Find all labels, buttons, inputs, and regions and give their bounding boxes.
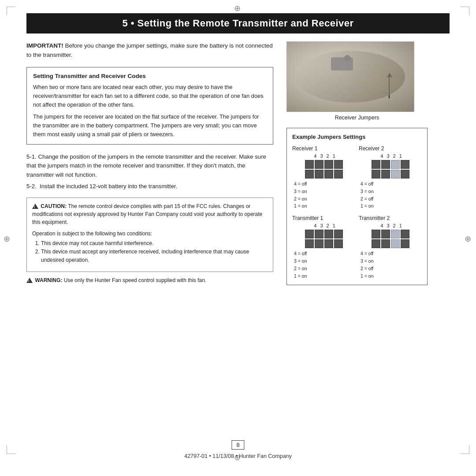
jumper-unit-receiver2: Receiver 2 4321 4 = off 3 = on 2 = off [359, 145, 422, 210]
reg-mark-right [465, 234, 472, 242]
steps-section: 5-1. Change the position of the jumpers … [26, 152, 273, 191]
receiver-img-content [287, 42, 414, 112]
important-label: IMPORTANT! [26, 42, 63, 49]
caution-text: The remote control device complies with … [32, 203, 262, 225]
receiver-image [286, 41, 414, 112]
operation-list: This device may not cause harmful interf… [32, 239, 268, 265]
corner-mark-br [461, 445, 469, 454]
jumper-unit-title: Receiver 2 [359, 145, 422, 152]
jumper-unit-title: Receiver 1 [292, 145, 355, 152]
op-list-item: This device must accept any interference… [41, 248, 268, 264]
caution-box: CAUTION: The remote control device compl… [26, 197, 273, 272]
jumper-visual [359, 230, 422, 248]
example-box: Example Jumpers Settings Receiver 1 4321 [286, 128, 428, 285]
caution-label: CAUTION: [41, 203, 67, 209]
step1-num: 5-1. [26, 153, 37, 160]
step1-text: Change the position of the jumpers in th… [26, 153, 266, 178]
jumper-legend: 4 = off 3 = on 2 = on 1 = on [292, 180, 355, 210]
step2-num: 5-2. [26, 183, 37, 190]
important-note: IMPORTANT! Before you change the jumper … [26, 41, 273, 60]
jumper-legend: 4 = off 3 = on 2 = off 1 = on [359, 180, 422, 210]
jumper-unit-transmitter2: Transmitter 2 4321 4 = off 3 = on 2 = of… [359, 215, 422, 279]
jumper-unit-receiver1: Receiver 1 4321 4 = off 3 = on 2 = on [292, 145, 355, 210]
jumper-legend: 4 = off 3 = on 2 = off 1 = on [359, 250, 422, 279]
jumper-numbers: 4321 [292, 153, 355, 159]
jumper-unit-transmitter1: Transmitter 1 4321 4 = off 3 = on 2 = on [292, 215, 355, 279]
corner-mark-tl [7, 7, 15, 15]
warning-body: Use only the Hunter Fan speed control su… [64, 277, 207, 283]
jumper-unit-title: Transmitter 1 [292, 215, 355, 221]
jumper-visual [292, 230, 355, 248]
op-list-item: This device may not cause harmful interf… [41, 239, 268, 248]
setting-box: Setting Transmitter and Receiver Codes W… [26, 67, 273, 145]
jumper-numbers: 4321 [359, 153, 422, 159]
left-column: IMPORTANT! Before you change the jumper … [26, 41, 273, 285]
important-note-text: Before you change the jumper settings, m… [26, 42, 273, 58]
jumper-numbers: 4321 [292, 223, 355, 228]
jumper-legend: 4 = off 3 = on 2 = on 1 = on [292, 250, 355, 279]
page-title: 5 • Setting the Remote Transmitter and R… [26, 13, 450, 33]
footer: 42797-01 • 11/13/08 • Hunter Fan Company [184, 453, 292, 459]
right-column: Receiver Jumpers Example Jumpers Setting… [286, 41, 428, 285]
reg-mark-top [234, 4, 242, 11]
receiver-detail [331, 57, 353, 71]
page-number: 8 [231, 440, 244, 450]
operation-heading: Operation is subject to the following tw… [32, 230, 268, 238]
corner-mark-tr [461, 7, 469, 15]
receiver-image-label: Receiver Jumpers [286, 115, 428, 121]
step-5-1: 5-1. Change the position of the jumpers … [26, 152, 273, 179]
jumper-numbers: 4321 [359, 223, 422, 228]
corner-mark-bl [7, 445, 15, 454]
setting-para2: The jumpers for the receiver are located… [33, 112, 267, 138]
setting-box-body: When two or more fans are located near e… [33, 83, 267, 139]
warning-text: WARNING: Use only the Hunter Fan speed c… [26, 276, 273, 284]
reg-mark-left [4, 234, 11, 242]
caution-icon [32, 204, 38, 209]
jumper-unit-title: Transmitter 2 [359, 215, 422, 221]
step-5-2: 5-2. Install the included 12-volt batter… [26, 182, 273, 191]
setting-box-title: Setting Transmitter and Receiver Codes [33, 73, 267, 79]
warning-icon [26, 278, 33, 283]
jumpers-grid: Receiver 1 4321 4 = off 3 = on 2 = on [292, 145, 422, 279]
jumper-visual [292, 160, 355, 178]
jumper-visual [359, 160, 422, 178]
warning-label: WARNING: [35, 277, 62, 283]
setting-para1: When two or more fans are located near e… [33, 83, 267, 109]
step2-text: Install the included 12-volt battery int… [40, 183, 177, 190]
example-box-title: Example Jumpers Settings [292, 134, 422, 140]
